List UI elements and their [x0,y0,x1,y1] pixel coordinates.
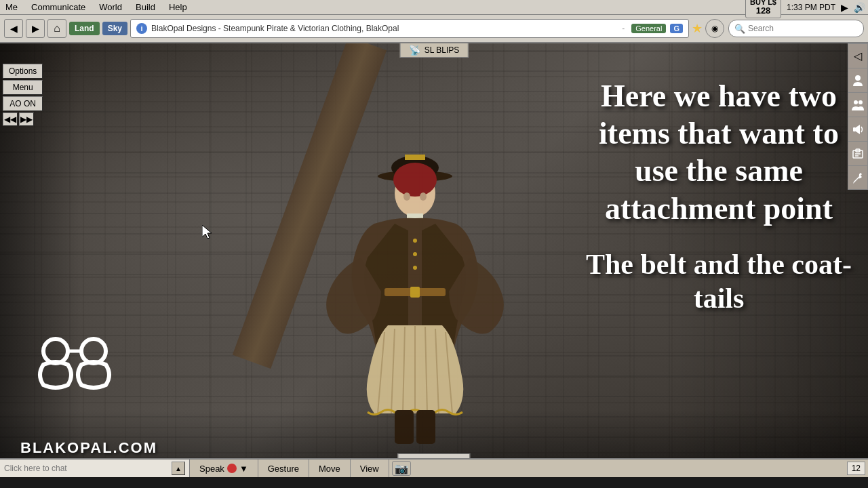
chat-input[interactable] [4,464,169,473]
svg-point-2 [859,100,863,104]
speak-indicator [227,464,237,473]
bottom-toolbar: ▲ Speak ▼ Gesture Move View 📷 12 [0,458,868,477]
land-button[interactable]: Land [69,22,100,35]
menu-me[interactable]: Me [3,1,20,14]
menu-help[interactable]: Help [166,1,190,14]
home-button[interactable]: ⌂ [47,19,66,38]
general-g-badge: G [670,24,683,33]
menu-button[interactable]: Menu [3,80,43,95]
svg-point-32 [81,339,106,363]
svg-point-31 [43,339,68,363]
search-icon: 🔍 [734,24,745,34]
logo-graphic [20,331,129,439]
sky-button[interactable]: Sky [102,22,127,35]
overlay-sub-text: The belt and the coat-tails [583,247,854,316]
time-display: 1:33 PM PDT [787,3,835,12]
sound-icon[interactable]: 🔊 [854,2,865,13]
viewport: 📡 SL BLIPS Options Menu AO ON ◀◀ ▶▶ ◁ [0,43,868,477]
nav-right: ◉ 🔍 [705,19,864,38]
address-text: BlakOpal Designs - Steampunk Pirate & Vi… [151,24,618,33]
logo-text: BLAKOPAL.COM [20,439,157,457]
move-button[interactable]: Move [309,460,351,477]
slblips-label: SL BLIPS [425,45,460,55]
menu-build[interactable]: Build [133,1,158,14]
nav-bar: ◀ ▶ ⌂ Land Sky i BlakOpal Designs - Stea… [0,15,868,43]
menu-communicate[interactable]: Communicate [28,1,88,14]
play-icon[interactable]: ▶ [841,2,848,13]
balance-display: 128 [756,6,771,16]
view-button[interactable]: View [351,460,389,477]
overlay-main-text: Here we have two items that want to use … [583,77,854,227]
nav-extra-btn[interactable]: ◉ [705,19,724,38]
page-number: 12 [847,462,865,475]
slblips-bar[interactable]: 📡 SL BLIPS [400,43,469,58]
back-button[interactable]: ◀ [4,19,23,38]
buy-ls-widget[interactable]: BUY L$ 128 [745,0,781,18]
text-overlay: Here we have two items that want to use … [583,77,854,316]
gesture-button[interactable]: Gesture [258,460,309,477]
search-box: 🔍 [728,20,864,37]
address-bar[interactable]: i BlakOpal Designs - Steampunk Pirate & … [130,19,689,38]
right-icon-collapse[interactable]: ◁ [848,43,868,68]
logo-svg [20,331,129,419]
bookmark-button[interactable]: ★ [692,21,703,36]
chat-arrow-button[interactable]: ▲ [172,462,185,475]
speak-label: Speak [199,464,224,474]
menu-world[interactable]: World [96,1,125,14]
logo-area: BLAKOPAL.COM [20,331,157,457]
menu-bar: Me Communicate World Build Help BUY L$ 1… [0,0,868,15]
forward-button[interactable]: ▶ [26,19,45,38]
info-icon: i [136,23,147,34]
svg-point-0 [855,75,861,81]
left-panel: Options Menu AO ON ◀◀ ▶▶ [3,64,43,126]
next-arrow-button[interactable]: ▶▶ [19,113,34,126]
speak-dropdown[interactable]: ▼ [239,464,248,474]
panel-arrows: ◀◀ ▶▶ [3,113,43,126]
general-label: General [631,24,666,33]
camera-button[interactable]: 📷 [392,461,411,476]
options-button[interactable]: Options [3,64,43,79]
chat-input-area: ▲ [0,460,190,477]
search-input[interactable] [748,24,850,33]
gesture-label: Gesture [268,464,299,474]
blips-icon: 📡 [409,45,420,56]
speak-button[interactable]: Speak ▼ [190,460,258,477]
address-dash: - [622,24,625,33]
view-label: View [360,464,379,474]
ao-button[interactable]: AO ON [3,96,43,111]
move-label: Move [319,464,340,474]
prev-arrow-button[interactable]: ◀◀ [3,113,18,126]
